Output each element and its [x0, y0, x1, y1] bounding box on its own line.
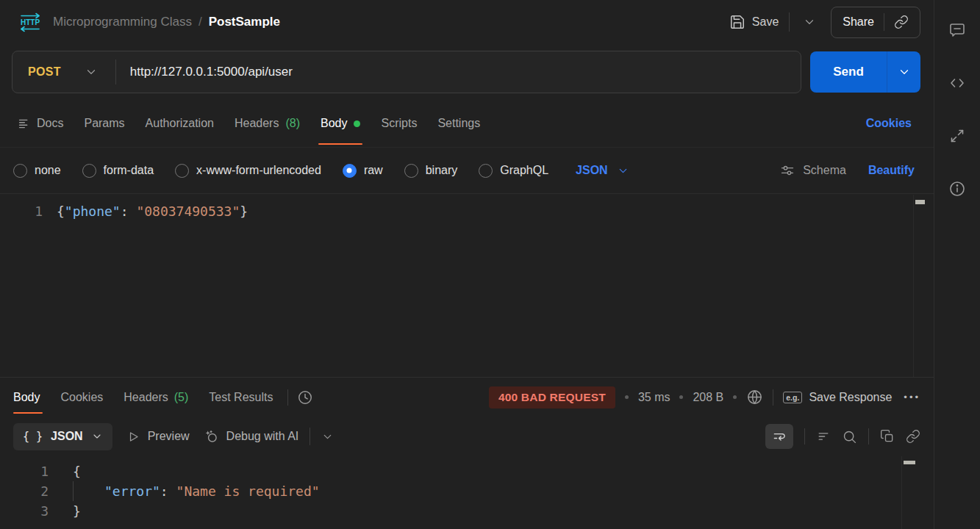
- send-label[interactable]: Send: [810, 51, 887, 93]
- response-header-divider: [287, 389, 288, 406]
- radio-none[interactable]: none: [13, 164, 61, 178]
- radio-none-circle[interactable]: [13, 164, 27, 178]
- sliders-icon: [780, 163, 795, 178]
- beautify-button[interactable]: Beautify: [868, 164, 919, 177]
- word-wrap-button[interactable]: [765, 424, 793, 449]
- radio-urlencoded[interactable]: x-www-form-urlencoded: [175, 164, 321, 178]
- save-button[interactable]: Save: [729, 14, 779, 30]
- separator-dot: [679, 395, 683, 399]
- breadcrumb-request-name[interactable]: PostSample: [209, 15, 280, 29]
- line-number: 1: [0, 464, 49, 479]
- body-type-row: none form-data x-www-form-urlencoded raw…: [0, 148, 934, 193]
- cookies-link[interactable]: Cookies: [866, 117, 920, 130]
- expand-arrows-icon[interactable]: [948, 127, 966, 145]
- code-brace-close: }: [240, 204, 248, 219]
- tab-authorization[interactable]: Authorization: [135, 100, 224, 147]
- code-value-phone: "08037490533": [136, 204, 240, 219]
- language-selector[interactable]: JSON: [576, 164, 629, 177]
- save-response-button[interactable]: e.g. Save Response: [783, 391, 892, 404]
- request-body-editor[interactable]: 1{"phone": "08037490533"}: [0, 193, 934, 377]
- debug-with-ai-button[interactable]: Debug with AI: [204, 429, 299, 445]
- preview-button[interactable]: Preview: [126, 430, 190, 444]
- response-status-area: 400 BAD REQUEST 35 ms 208 B e.g.: [489, 378, 920, 417]
- radio-graphql-circle[interactable]: [479, 164, 493, 178]
- tab-headers[interactable]: Headers (8): [224, 100, 310, 147]
- info-icon[interactable]: [948, 180, 966, 198]
- url-input[interactable]: http://127.0.0.1:5000/api/user: [130, 65, 293, 79]
- method-selector[interactable]: POST: [12, 65, 115, 79]
- link-icon[interactable]: [906, 429, 920, 444]
- radio-binary-label: binary: [426, 164, 458, 177]
- send-dropdown-caret[interactable]: [887, 51, 920, 93]
- code-brace-open: {: [73, 464, 81, 479]
- response-format-label: JSON: [51, 430, 83, 443]
- main-panel: HTTP Microprogramming Class / PostSample…: [0, 0, 934, 529]
- radio-binary-circle[interactable]: [404, 164, 418, 178]
- send-button[interactable]: Send: [810, 51, 920, 93]
- line-number: 3: [0, 503, 49, 519]
- network-globe-icon[interactable]: [746, 389, 763, 406]
- ai-sparkle-icon: [204, 429, 219, 445]
- response-history-icon[interactable]: [297, 389, 313, 406]
- radio-raw-circle[interactable]: [343, 164, 357, 178]
- filter-icon[interactable]: [816, 429, 831, 444]
- tab-settings[interactable]: Settings: [427, 100, 490, 147]
- radio-binary[interactable]: binary: [404, 164, 458, 178]
- save-dropdown-caret[interactable]: [800, 12, 819, 32]
- status-divider: [773, 389, 773, 406]
- schema-button[interactable]: Schema: [780, 163, 846, 178]
- indent-guide: [73, 481, 74, 501]
- request-body-line[interactable]: 1{"phone": "08037490533"}: [0, 201, 934, 222]
- search-icon[interactable]: [842, 429, 857, 445]
- tab-params[interactable]: Params: [74, 100, 135, 147]
- tab-params-label: Params: [84, 117, 124, 130]
- request-editor-scrollbar[interactable]: [913, 195, 926, 377]
- request-scrollbar-thumb[interactable]: [915, 200, 925, 204]
- json-braces-icon: { }: [23, 430, 43, 443]
- tab-docs[interactable]: Docs: [18, 100, 74, 147]
- status-badge[interactable]: 400 BAD REQUEST: [489, 386, 615, 409]
- separator-dot: [625, 395, 629, 399]
- separator-dot: [733, 395, 737, 399]
- response-tab-cookies[interactable]: Cookies: [50, 378, 113, 417]
- svg-text:HTTP: HTTP: [21, 18, 40, 26]
- preview-label: Preview: [148, 430, 190, 443]
- comments-icon[interactable]: [948, 21, 966, 39]
- radio-form-data-label: form-data: [104, 164, 154, 177]
- response-editor-scrollbar[interactable]: [901, 456, 917, 529]
- response-scrollbar-thumb[interactable]: [904, 461, 915, 464]
- breadcrumb-collection[interactable]: Microprogramming Class: [53, 15, 192, 29]
- line-number: 2: [0, 483, 49, 499]
- tab-settings-label: Settings: [437, 117, 480, 130]
- response-body-editor[interactable]: 1{ 2"error": "Name is required" 3}: [0, 456, 934, 529]
- radio-urlencoded-circle[interactable]: [175, 164, 189, 178]
- tab-body[interactable]: Body: [310, 100, 371, 147]
- postman-app: HTTP Microprogramming Class / PostSample…: [0, 0, 980, 529]
- response-format-selector[interactable]: { } JSON: [13, 423, 112, 450]
- response-tab-headers[interactable]: Headers (5): [113, 378, 198, 417]
- copy-icon[interactable]: [880, 429, 895, 444]
- url-divider: [115, 60, 116, 84]
- radio-raw[interactable]: raw: [343, 164, 383, 178]
- radio-graphql[interactable]: GraphQL: [479, 164, 548, 178]
- copy-link-icon[interactable]: [894, 15, 909, 29]
- response-time[interactable]: 35 ms: [638, 391, 670, 404]
- save-label: Save: [752, 15, 779, 29]
- response-tab-test-results[interactable]: Test Results: [198, 378, 283, 417]
- radio-form-data-circle[interactable]: [82, 164, 96, 178]
- debug-dropdown-caret[interactable]: [321, 431, 334, 443]
- share-button[interactable]: Share: [831, 7, 920, 38]
- code-brace-close: }: [73, 503, 81, 519]
- more-options-icon[interactable]: •••: [904, 392, 920, 403]
- radio-form-data[interactable]: form-data: [82, 164, 154, 178]
- tab-scripts[interactable]: Scripts: [371, 100, 427, 147]
- response-size[interactable]: 208 B: [693, 391, 723, 404]
- response-tab-body-label: Body: [13, 391, 40, 404]
- radio-raw-label: raw: [364, 164, 383, 177]
- code-colon: :: [160, 483, 176, 499]
- response-tab-body[interactable]: Body: [13, 378, 50, 417]
- topbar: HTTP Microprogramming Class / PostSample…: [0, 0, 934, 44]
- debug-with-ai-label: Debug with AI: [226, 430, 299, 443]
- tab-scripts-label: Scripts: [381, 117, 417, 130]
- code-snippet-icon[interactable]: [948, 74, 966, 92]
